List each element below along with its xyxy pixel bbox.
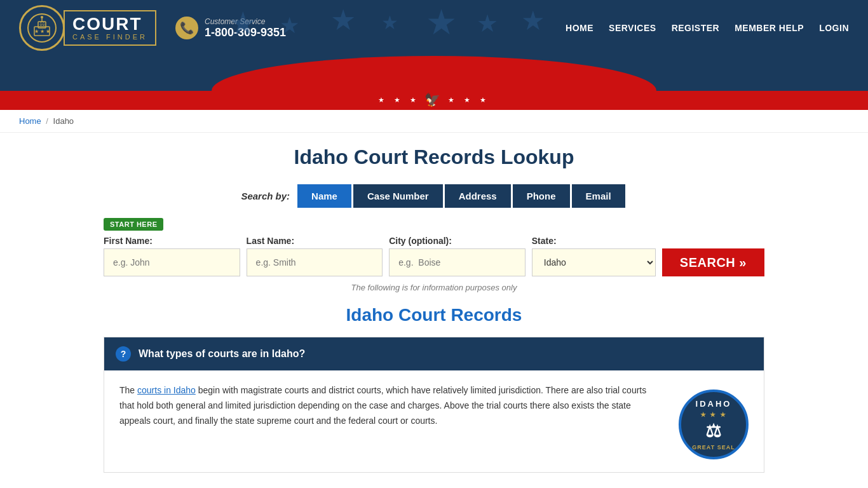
bg-star-6: ★ bbox=[477, 10, 498, 37]
eagle-bar: ★ ★ ★ 🦅 ★ ★ ★ bbox=[0, 91, 868, 110]
search-by-row: Search by: Name Case Number Address Phon… bbox=[104, 184, 764, 208]
nav-member-help[interactable]: MEMBER HELP bbox=[735, 23, 804, 33]
cs-text: Customer Service 1-800-309-9351 bbox=[205, 17, 286, 39]
site-header: ★ ★ ★ ★ ★ ★ ★ ⚖ ★ ★ ★ COURT CASE FINDER … bbox=[0, 0, 868, 56]
state-select[interactable]: Idaho Alabama Alaska bbox=[532, 248, 656, 276]
tab-email[interactable]: Email bbox=[572, 184, 625, 208]
accordion: ? What types of courts are in Idaho? The… bbox=[104, 337, 764, 473]
body-text-1: The bbox=[119, 385, 137, 395]
customer-service: 📞 Customer Service 1-800-309-9351 bbox=[175, 17, 286, 39]
question-icon: ? bbox=[116, 346, 131, 362]
logo-case-finder-label: CASE FINDER bbox=[72, 33, 147, 41]
logo-icon: ⚖ ★ ★ ★ bbox=[27, 13, 57, 43]
main-nav: HOME SERVICES REGISTER MEMBER HELP LOGIN bbox=[566, 23, 849, 33]
eagle-icon: 🦅 bbox=[424, 92, 444, 107]
city-label: City (optional): bbox=[389, 236, 526, 246]
wave-arch bbox=[212, 56, 656, 91]
body-text-2: begin with magistrate courts and distric… bbox=[119, 385, 646, 426]
breadcrumb-current: Idaho bbox=[53, 116, 74, 126]
tab-case-number[interactable]: Case Number bbox=[353, 184, 443, 208]
logo-area: ⚖ ★ ★ ★ COURT CASE FINDER bbox=[19, 5, 156, 51]
cs-phone: 1-800-309-9351 bbox=[205, 26, 286, 39]
form-row: First Name: Last Name: City (optional): … bbox=[104, 236, 764, 276]
seal-stars: ★ ★ ★ bbox=[700, 411, 728, 418]
state-label: State: bbox=[532, 236, 656, 246]
accordion-body: The courts in Idaho begin with magistrat… bbox=[104, 370, 764, 472]
seal-name: IDAHO bbox=[696, 399, 732, 409]
breadcrumb: Home / Idaho bbox=[0, 110, 868, 133]
idaho-seal: IDAHO ★ ★ ★ ⚖ GREAT SEAL bbox=[679, 390, 749, 459]
search-button[interactable]: SEARCH » bbox=[662, 248, 764, 276]
nav-register[interactable]: REGISTER bbox=[672, 23, 720, 33]
first-name-group: First Name: bbox=[104, 236, 240, 276]
breadcrumb-separator: / bbox=[46, 116, 48, 126]
logo-text: COURT CASE FINDER bbox=[64, 10, 156, 46]
state-group: State: Idaho Alabama Alaska bbox=[532, 236, 656, 276]
logo-circle: ⚖ ★ ★ ★ bbox=[19, 5, 65, 51]
stars-left: ★ ★ ★ bbox=[378, 96, 420, 104]
courts-link[interactable]: courts in Idaho bbox=[137, 385, 196, 395]
section-title: Idaho Court Records bbox=[104, 305, 764, 325]
bg-star-3: ★ bbox=[330, 3, 356, 37]
accordion-question: What types of courts are in Idaho? bbox=[139, 348, 305, 360]
bg-star-7: ★ bbox=[521, 5, 545, 36]
city-input[interactable] bbox=[389, 248, 526, 276]
tab-phone[interactable]: Phone bbox=[513, 184, 570, 208]
search-form: First Name: Last Name: City (optional): … bbox=[104, 236, 764, 276]
logo-court-label: COURT bbox=[72, 15, 147, 33]
start-here-badge: START HERE bbox=[104, 218, 163, 231]
tab-name[interactable]: Name bbox=[297, 184, 351, 208]
last-name-input[interactable] bbox=[247, 248, 383, 276]
seal-subtitle: GREAT SEAL bbox=[692, 444, 735, 451]
first-name-input[interactable] bbox=[104, 248, 240, 276]
last-name-group: Last Name: bbox=[247, 236, 383, 276]
phone-icon: 📞 bbox=[175, 17, 198, 39]
accordion-text: The courts in Idaho begin with magistrat… bbox=[119, 383, 663, 459]
breadcrumb-home[interactable]: Home bbox=[19, 116, 41, 126]
main-content: Idaho Court Records Lookup Search by: Na… bbox=[85, 133, 783, 485]
page-title: Idaho Court Records Lookup bbox=[104, 146, 764, 169]
tab-address[interactable]: Address bbox=[445, 184, 511, 208]
svg-point-6 bbox=[41, 16, 43, 18]
nav-home[interactable]: HOME bbox=[566, 23, 593, 33]
svg-text:★ ★ ★: ★ ★ ★ bbox=[34, 29, 50, 34]
bg-star-4: ★ bbox=[381, 11, 398, 34]
accordion-header[interactable]: ? What types of courts are in Idaho? bbox=[104, 337, 764, 370]
info-note: The following is for information purpose… bbox=[104, 283, 764, 292]
nav-services[interactable]: SERVICES bbox=[609, 23, 656, 33]
first-name-label: First Name: bbox=[104, 236, 240, 246]
city-group: City (optional): bbox=[389, 236, 526, 276]
eagle-stars-row: ★ ★ ★ 🦅 ★ ★ ★ bbox=[0, 92, 868, 107]
stars-right: ★ ★ ★ bbox=[448, 96, 490, 104]
nav-login[interactable]: LOGIN bbox=[819, 23, 849, 33]
cs-label: Customer Service bbox=[205, 17, 286, 26]
wave-section bbox=[0, 56, 868, 91]
last-name-label: Last Name: bbox=[247, 236, 383, 246]
search-by-label: Search by: bbox=[241, 191, 290, 201]
bg-star-5: ★ bbox=[426, 2, 457, 43]
seal-scales-icon: ⚖ bbox=[705, 421, 722, 442]
